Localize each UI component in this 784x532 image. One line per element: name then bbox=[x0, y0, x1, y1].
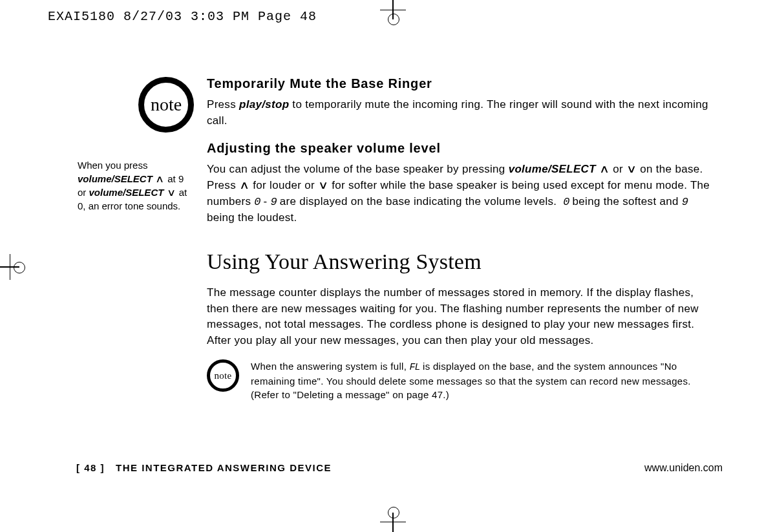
margin-note: note When you press volume/SELECT ∧ at 9… bbox=[78, 74, 194, 213]
inline-note-text: When the answering system is full, FL is… bbox=[251, 359, 703, 401]
note-icon-small: note bbox=[207, 359, 239, 392]
page-footer: [ 48 ] THE INTEGRATED ANSWERING DEVICE w… bbox=[76, 462, 723, 474]
registration-mark-bottom bbox=[392, 513, 394, 532]
body-answering: The message counter displays the number … bbox=[207, 285, 717, 349]
body-mute: Press play/stop to temporarily mute the … bbox=[207, 97, 717, 129]
heading-volume: Adjusting the speaker volume level bbox=[207, 139, 717, 158]
margin-note-text: When you press volume/SELECT ∧ at 9 or v… bbox=[78, 158, 194, 213]
body-volume: You can adjust the volume of the base sp… bbox=[207, 162, 717, 226]
inline-note: note When the answering system is full, … bbox=[207, 359, 717, 401]
page-number: [ 48 ] bbox=[76, 462, 105, 473]
note-icon: note bbox=[138, 77, 194, 133]
registration-mark-left bbox=[0, 266, 19, 268]
registration-mark-top bbox=[392, 0, 394, 19]
footer-url: www.uniden.com bbox=[644, 462, 723, 474]
heading-answering-system: Using Your Answering System bbox=[207, 246, 717, 277]
heading-mute: Temporarily Mute the Base Ringer bbox=[207, 74, 717, 93]
footer-section-title: THE INTEGRATED ANSWERING DEVICE bbox=[116, 462, 332, 473]
print-header: EXAI5180 8/27/03 3:03 PM Page 48 bbox=[48, 9, 317, 24]
